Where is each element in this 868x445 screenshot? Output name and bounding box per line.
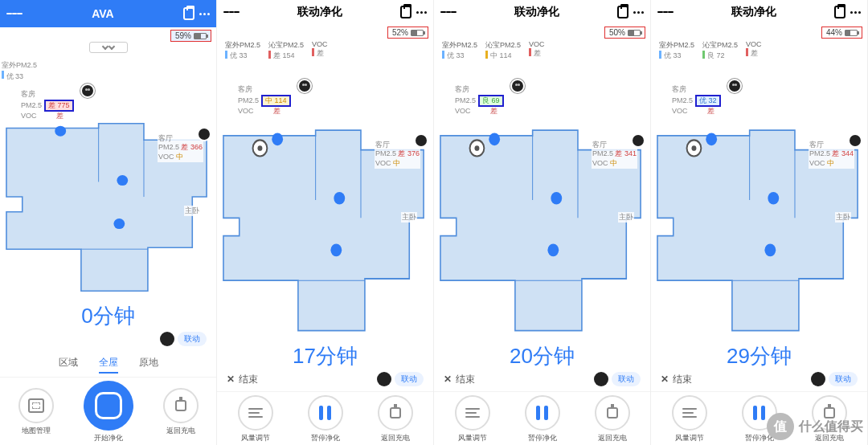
pull-handle[interactable]	[0, 42, 216, 56]
button-label: 返回充电	[166, 426, 195, 436]
svg-point-29	[764, 244, 776, 257]
sensor-icon	[510, 79, 525, 93]
bottom-actions: 风量调节 暂停净化 返回充电	[217, 391, 433, 445]
link-pill[interactable]: 联动	[377, 372, 424, 386]
stat-item: VOC差	[746, 40, 762, 61]
map-manage-button[interactable]: 地图管理	[18, 388, 54, 436]
button-label: 暂停净化	[311, 433, 340, 443]
sensor-icon	[80, 84, 95, 98]
svg-point-11	[257, 145, 262, 151]
button-label: 返回充电	[815, 433, 844, 443]
more-icon[interactable]	[850, 11, 861, 14]
log-icon[interactable]	[834, 6, 845, 18]
more-icon[interactable]	[199, 13, 210, 15]
summary-stats: 室外PM2.5优 33 沁宝PM2.5良 72 VOC差	[651, 39, 867, 63]
tab-原地[interactable]: 原地	[139, 356, 158, 374]
status-strip: 50%	[434, 24, 650, 39]
stat-item: VOC差	[312, 40, 328, 61]
stat-item: 沁宝PM2.5差 154	[268, 40, 304, 61]
svg-point-13	[330, 244, 342, 257]
room-master-label: 主卧	[618, 212, 634, 222]
sensor-icon	[811, 372, 825, 386]
battery-icon	[411, 30, 424, 36]
room-master-label: 主卧	[835, 212, 851, 222]
tab-区域[interactable]: 区域	[59, 356, 78, 374]
link-pill[interactable]: 联动	[811, 372, 858, 386]
menu-icon[interactable]	[657, 10, 674, 14]
bottom-actions: 风量调节 暂停净化 返回充电	[434, 391, 650, 445]
status-strip: 44%	[651, 24, 867, 39]
wind-icon	[238, 395, 273, 431]
sensor-icon	[197, 127, 211, 141]
pause-purify-button[interactable]: 暂停净化	[525, 395, 560, 443]
airflow-button[interactable]: 风量调节	[238, 395, 273, 443]
link-pill[interactable]: 联动	[594, 372, 641, 386]
svg-point-12	[334, 192, 345, 205]
link-row: ✕结束 联动	[217, 372, 433, 391]
log-icon[interactable]	[400, 6, 411, 18]
page-title: 联动净化	[240, 5, 400, 19]
floorplan-area[interactable]: 客房 PM2.5优 32 VOC差 客厅 PM2.5 差 344 VOC 中 主…	[651, 63, 867, 339]
sensor-icon	[414, 133, 428, 148]
floorplan-area[interactable]: 室外PM2.5 优 33 客房 PM2.5差 775 VOC差 客厅 PM2.5…	[0, 56, 216, 299]
status-strip: 52%	[217, 24, 433, 39]
battery-indicator: 44%	[821, 27, 862, 39]
menu-icon[interactable]	[440, 10, 457, 14]
room-guest-stats: 客房 PM2.5良 69 VOC差	[455, 85, 504, 116]
room-master-label: 主卧	[401, 212, 417, 222]
airflow-button[interactable]: 风量调节	[455, 395, 490, 443]
elapsed-timer: 29分钟	[651, 339, 867, 372]
return-charge-button[interactable]: 返回充电	[378, 395, 413, 443]
close-icon: ✕	[444, 374, 452, 385]
wind-icon	[455, 395, 490, 431]
sensor-icon	[594, 372, 608, 386]
pause-icon	[742, 395, 777, 431]
battery-icon	[628, 30, 641, 36]
battery-pct: 59%	[175, 31, 191, 40]
button-label: 风量调节	[241, 433, 270, 443]
button-label: 暂停净化	[745, 433, 774, 443]
svg-point-19	[474, 145, 479, 151]
floorplan-area[interactable]: 客房 PM2.5中 114 VOC差 客厅 PM2.5 差 376 VOC 中 …	[217, 63, 433, 339]
more-icon[interactable]	[416, 11, 427, 14]
button-label: 返回充电	[381, 433, 410, 443]
log-icon[interactable]	[617, 6, 628, 18]
start-purify-button[interactable]: 开始净化	[84, 381, 133, 443]
menu-icon[interactable]	[6, 11, 23, 16]
end-button[interactable]: ✕结束	[661, 373, 692, 386]
more-icon[interactable]	[633, 11, 644, 14]
floorplan-area[interactable]: 客房 PM2.5良 69 VOC差 客厅 PM2.5 差 341 VOC 中 主…	[434, 63, 650, 339]
tab-全屋[interactable]: 全屋	[99, 356, 118, 374]
battery-pct: 50%	[609, 28, 625, 37]
return-charge-button[interactable]: 返回充电	[812, 395, 847, 443]
airflow-button[interactable]: 风量调节	[672, 395, 707, 443]
link-pill[interactable]: 联动	[160, 332, 207, 346]
end-button[interactable]: ✕结束	[227, 373, 258, 386]
room-master-label: 主卧	[184, 206, 200, 216]
return-charge-button[interactable]: 返回充电	[163, 388, 199, 436]
stat-item: 沁宝PM2.5良 72	[702, 40, 738, 61]
room-living-stats: 客厅 PM2.5 差 341 VOC 中	[592, 140, 637, 169]
stat-item: 室外PM2.5优 33	[659, 40, 694, 61]
stat-item: VOC差	[529, 40, 545, 61]
end-button[interactable]: ✕结束	[444, 373, 475, 386]
pause-purify-button[interactable]: 暂停净化	[308, 395, 343, 443]
log-icon[interactable]	[183, 7, 194, 20]
scope-tabs: 区域全屋原地	[0, 351, 216, 377]
button-label: 风量调节	[675, 433, 704, 443]
menu-icon[interactable]	[223, 10, 240, 14]
page-title: AVA	[23, 7, 183, 20]
plug-icon	[163, 388, 199, 423]
pm25-value-boxed: 优 32	[695, 95, 721, 107]
page-title: 联动净化	[457, 5, 617, 19]
stat-item: 室外PM2.5优 33	[225, 40, 260, 61]
summary-stats: 室外PM2.5优 33 沁宝PM2.5中 114 VOC差	[434, 39, 650, 63]
title-bar: 联动净化	[217, 0, 433, 24]
battery-indicator: 50%	[604, 27, 645, 39]
return-charge-button[interactable]: 返回充电	[595, 395, 630, 443]
svg-point-25	[706, 133, 717, 146]
svg-point-3	[55, 126, 66, 137]
pause-purify-button[interactable]: 暂停净化	[742, 395, 777, 443]
room-living-stats: 客厅 PM2.5 差 376 VOC 中	[375, 140, 420, 169]
start-icon	[84, 381, 133, 431]
